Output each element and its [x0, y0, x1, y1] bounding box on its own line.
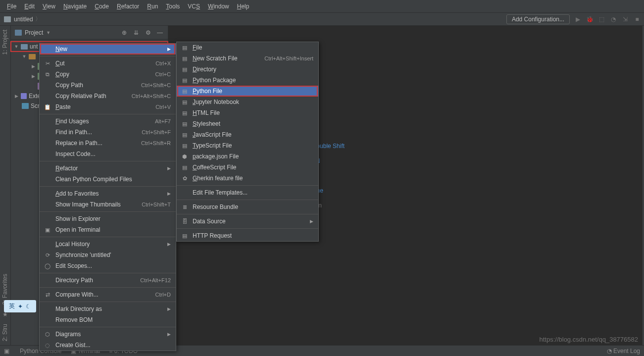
menu-item-directory-path[interactable]: Directory PathCtrl+Alt+F12: [40, 275, 176, 286]
menu-item-open-in-terminal[interactable]: ▣Open in Terminal: [40, 224, 176, 235]
add-configuration-button[interactable]: Add Configuration...: [506, 14, 570, 24]
menu-item-inspect-code[interactable]: Inspect Code...: [40, 149, 176, 159]
menu-help[interactable]: Help: [233, 1, 253, 12]
menu-item-label: New: [55, 46, 166, 52]
menu-item-label: package.json File: [193, 153, 313, 160]
status-event-log[interactable]: ◔ Event Log: [607, 348, 640, 355]
gutter-structure-tab[interactable]: 2: Stru: [0, 320, 10, 345]
menu-item-label: Copy: [55, 71, 144, 78]
expand-arrow-icon[interactable]: ▼: [22, 54, 27, 59]
chevron-down-icon[interactable]: ▼: [46, 30, 50, 35]
menu-item-http-request[interactable]: ▤HTTP Request: [177, 230, 318, 241]
menu-vcs[interactable]: VCS: [184, 1, 204, 12]
menu-code[interactable]: Code: [91, 1, 113, 12]
collapse-arrow-icon[interactable]: ▶: [31, 64, 36, 69]
breadcrumb-project[interactable]: untitled: [14, 16, 33, 23]
menu-item-directory[interactable]: ▤Directory: [177, 64, 318, 75]
menu-item-edit-file-templates[interactable]: Edit File Templates...: [177, 187, 318, 198]
menu-refactor[interactable]: Refactor: [113, 1, 143, 12]
menu-item-find-in-path[interactable]: Find in Path...Ctrl+Shift+F: [40, 127, 176, 138]
menu-item-jupyter-notebook[interactable]: ▤Jupyter Notebook: [177, 97, 318, 107]
menu-item-html-file[interactable]: ▤HTML File: [177, 107, 318, 118]
menu-item-icon: 📋: [44, 103, 51, 111]
menu-item-show-image-thumbnails[interactable]: Show Image ThumbnailsCtrl+Shift+T: [40, 199, 176, 210]
menu-item-label: HTTP Request: [193, 232, 313, 239]
menu-item-copy[interactable]: ⧉CopyCtrl+C: [40, 69, 176, 80]
menu-item-python-package[interactable]: ▤Python Package: [177, 75, 318, 86]
menu-item-show-in-explorer[interactable]: Show in Explorer: [40, 213, 176, 224]
menu-item-new[interactable]: New▶: [40, 44, 176, 54]
attach-icon[interactable]: ⇲: [621, 15, 629, 23]
menu-item-remove-bom[interactable]: Remove BOM: [40, 314, 176, 325]
menu-item-copy-relative-path[interactable]: Copy Relative PathCtrl+Alt+Shift+C: [40, 91, 176, 102]
menu-item-add-to-favorites[interactable]: Add to Favorites▶: [40, 188, 176, 199]
menu-file[interactable]: File: [3, 1, 20, 12]
menu-item-shortcut: Ctrl+Alt+Shift+Insert: [264, 55, 313, 61]
menu-item-python-file[interactable]: ▤Python File: [177, 86, 318, 97]
library-icon: [21, 93, 27, 99]
menu-item-paste[interactable]: 📋PasteCtrl+V: [40, 102, 176, 112]
collapse-arrow-icon[interactable]: ▶: [14, 94, 19, 99]
coverage-icon[interactable]: ⬚: [597, 15, 605, 23]
menu-item-label: Add to Favorites: [55, 190, 166, 197]
menu-item-mark-directory-as[interactable]: Mark Directory as▶: [40, 304, 176, 314]
run-icon[interactable]: ▶: [574, 15, 582, 23]
menu-item-compare-with[interactable]: ⇄Compare With...Ctrl+D: [40, 289, 176, 300]
context-menu: New▶✂CutCtrl+X⧉CopyCtrl+CCopy PathCtrl+S…: [39, 43, 176, 351]
menu-item-resource-bundle[interactable]: ≣Resource Bundle: [177, 202, 318, 212]
menu-item-icon: ▤: [181, 76, 189, 84]
collapse-icon[interactable]: ⇊: [132, 29, 140, 37]
gutter-project-tab[interactable]: 1: Project: [0, 26, 10, 59]
collapse-arrow-icon[interactable]: ▶: [31, 74, 36, 79]
menu-item-clean-python-compiled-files[interactable]: Clean Python Compiled Files: [40, 174, 176, 185]
profile-icon[interactable]: ◔: [609, 15, 617, 23]
menu-item-local-history[interactable]: Local History▶: [40, 239, 176, 250]
menu-item-synchronize-untitled[interactable]: ⟳Synchronize 'untitled': [40, 250, 176, 260]
menu-item-coffeescript-file[interactable]: ▤CoffeeScript File: [177, 162, 318, 173]
ime-indicator[interactable]: 英 ✦ ☾: [4, 300, 36, 312]
stop-icon[interactable]: ■: [633, 15, 641, 23]
debug-icon[interactable]: 🐞: [586, 15, 594, 23]
menu-item-label: Synchronize 'untitled': [55, 252, 171, 258]
menu-item-package-json-file[interactable]: ⬢package.json File: [177, 151, 318, 162]
menu-item-refactor[interactable]: Refactor▶: [40, 163, 176, 174]
scratches-icon: [22, 103, 29, 109]
menu-item-icon: [44, 128, 51, 136]
locate-icon[interactable]: ⊕: [120, 29, 128, 37]
menu-item-icon: ✂: [44, 59, 51, 67]
menu-item-data-source[interactable]: 🗄Data Source▶: [177, 216, 318, 227]
menu-item-label: File: [193, 44, 313, 51]
menu-edit[interactable]: Edit: [20, 1, 39, 12]
menu-item-javascript-file[interactable]: ▤JavaScript File: [177, 129, 318, 140]
menu-item-icon: [44, 139, 51, 147]
menu-run[interactable]: Run: [143, 1, 162, 12]
menu-item-typescript-file[interactable]: ▤TypeScript File: [177, 140, 318, 151]
menu-item-label: Directory Path: [55, 277, 128, 284]
menu-item-label: Jupyter Notebook: [193, 99, 313, 105]
menu-item-stylesheet[interactable]: ▤Stylesheet: [177, 118, 318, 129]
menu-item-copy-path[interactable]: Copy PathCtrl+Shift+C: [40, 80, 176, 91]
menu-item-edit-scopes[interactable]: ◯Edit Scopes...: [40, 260, 176, 271]
expand-arrow-icon[interactable]: ▼: [14, 44, 19, 49]
menu-item-label: Inspect Code...: [55, 151, 171, 157]
menu-item-replace-in-path[interactable]: Replace in Path...Ctrl+Shift+R: [40, 138, 176, 149]
project-panel-title[interactable]: Project: [25, 29, 43, 36]
menu-item-create-gist[interactable]: ◌Create Gist...: [40, 340, 176, 351]
folder-icon: [21, 44, 28, 50]
menu-view[interactable]: View: [39, 1, 59, 12]
menu-item-label: Copy Path: [55, 82, 129, 89]
ime-moon-icon: ☾: [26, 303, 31, 310]
menu-navigate[interactable]: Navigate: [59, 1, 91, 12]
menu-item-find-usages[interactable]: Find UsagesAlt+F7: [40, 116, 176, 127]
gear-icon[interactable]: ⚙: [144, 29, 152, 37]
menu-item-diagrams[interactable]: ⬡Diagrams▶: [40, 329, 176, 340]
menu-tools[interactable]: Tools: [162, 1, 184, 12]
menu-item-label: Data Source: [193, 218, 308, 225]
menu-item-cut[interactable]: ✂CutCtrl+X: [40, 58, 176, 69]
menu-window[interactable]: Window: [204, 1, 233, 12]
menu-item-gherkin-feature-file[interactable]: ✿Gherkin feature file: [177, 173, 318, 184]
hide-icon[interactable]: —: [156, 29, 164, 37]
new-submenu: ▤File▤New Scratch FileCtrl+Alt+Shift+Ins…: [176, 42, 319, 242]
menu-item-new-scratch-file[interactable]: ▤New Scratch FileCtrl+Alt+Shift+Insert: [177, 53, 318, 64]
menu-item-file[interactable]: ▤File: [177, 42, 318, 53]
